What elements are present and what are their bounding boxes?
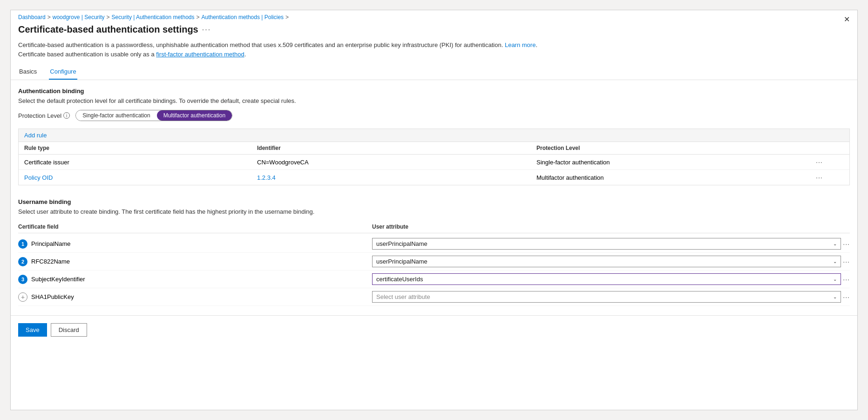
- protection-cell: Single-factor authentication: [536, 159, 816, 166]
- rules-table: Add rule Rule type Identifier Protection…: [18, 129, 850, 185]
- ub-field-2: 2 RFC822Name: [18, 257, 372, 266]
- ub-field-name-4: SHA1PublicKey: [31, 293, 74, 300]
- protection-level-row: Protection Level i Single-factor authent…: [18, 110, 850, 121]
- tab-configure[interactable]: Configure: [49, 64, 77, 80]
- auth-binding-desc: Select the default protection level for …: [18, 97, 850, 104]
- ub-col-field: Certificate field: [18, 224, 372, 230]
- toggle-single-factor[interactable]: Single-factor authentication: [76, 110, 156, 121]
- ub-num-1: 1: [18, 239, 27, 249]
- col-header-protection: Protection Level: [536, 145, 816, 151]
- main-panel: Dashboard > woodgrove | Security > Secur…: [10, 10, 858, 410]
- ub-more-1[interactable]: ···: [843, 240, 850, 248]
- identifier-cell-2: 1.2.3.4: [257, 174, 536, 181]
- auth-binding-section: Authentication binding Select the defaul…: [11, 88, 857, 198]
- ub-select-4[interactable]: Select user attribute ⌄: [372, 291, 841, 303]
- desc-line1: Certificate-based authentication is a pa…: [18, 41, 505, 48]
- col-header-rule-type: Rule type: [24, 145, 257, 151]
- ub-field-3: 3 SubjectKeyIdentifier: [18, 275, 372, 284]
- identifier-cell: CN=WoodgroveCA: [257, 159, 536, 166]
- ub-row-1: 1 PrincipalName userPrincipalName ⌄ ···: [18, 235, 850, 253]
- chevron-down-icon: ⌄: [833, 241, 837, 246]
- row-more-button-2[interactable]: ···: [816, 174, 844, 181]
- page-header: Certificate-based authentication setting…: [11, 22, 857, 41]
- tab-basics[interactable]: Basics: [18, 64, 38, 80]
- protection-cell-2: Multifactor authentication: [536, 174, 816, 181]
- rule-type-cell: Certificate issuer: [24, 159, 257, 166]
- chevron-down-icon: ⌄: [833, 294, 837, 299]
- table-row: Certificate issuer CN=WoodgroveCA Single…: [19, 155, 849, 170]
- learn-more-link[interactable]: Learn more: [505, 41, 536, 48]
- ub-col-attr: User attribute: [372, 224, 850, 230]
- ub-field-name-1: PrincipalName: [31, 240, 71, 247]
- page-title: Certificate-based authentication setting…: [18, 24, 198, 35]
- discard-button[interactable]: Discard: [51, 323, 87, 337]
- protection-level-toggle: Single-factor authentication Multifactor…: [75, 110, 232, 121]
- ub-plus-4[interactable]: +: [18, 292, 27, 302]
- col-header-identifier: Identifier: [257, 145, 536, 151]
- ub-field-name-2: RFC822Name: [31, 258, 70, 265]
- ub-select-1[interactable]: userPrincipalName ⌄: [372, 238, 841, 250]
- table-row: Policy OID 1.2.3.4 Multifactor authentic…: [19, 170, 849, 185]
- ub-row-4: + SHA1PublicKey Select user attribute ⌄ …: [18, 288, 850, 306]
- description-block: Certificate-based authentication is a pa…: [11, 41, 857, 64]
- ub-select-3[interactable]: certificateUserIds ⌄: [372, 273, 841, 285]
- footer: Save Discard: [11, 315, 857, 344]
- close-button[interactable]: ✕: [844, 15, 850, 24]
- ub-select-2[interactable]: userPrincipalName ⌄: [372, 256, 841, 267]
- row-more-button[interactable]: ···: [816, 158, 844, 166]
- ub-attr-3: certificateUserIds ⌄ ···: [372, 273, 850, 285]
- breadcrumb: Dashboard > woodgrove | Security > Secur…: [11, 10, 857, 22]
- ub-attr-2: userPrincipalName ⌄ ···: [372, 256, 850, 267]
- breadcrumb-policies[interactable]: Authentication methods | Policies: [202, 14, 284, 20]
- rules-table-header: Rule type Identifier Protection Level: [19, 142, 849, 155]
- ub-row-3: 3 SubjectKeyIdentifier certificateUserId…: [18, 271, 850, 288]
- protection-level-info-icon[interactable]: i: [63, 112, 70, 119]
- tabs-bar: Basics Configure: [11, 64, 857, 80]
- ub-num-2: 2: [18, 257, 27, 266]
- auth-binding-title: Authentication binding: [18, 88, 850, 95]
- ub-field-1: 1 PrincipalName: [18, 239, 372, 249]
- protection-level-label: Protection Level i: [18, 112, 70, 119]
- breadcrumb-security[interactable]: woodgrove | Security: [53, 14, 105, 20]
- ub-table-header: Certificate field User attribute: [18, 221, 850, 233]
- ub-more-3[interactable]: ···: [843, 276, 850, 283]
- breadcrumb-auth-methods[interactable]: Security | Authentication methods: [112, 14, 195, 20]
- username-binding-section: Username binding Select user attribute t…: [11, 198, 857, 312]
- username-binding-desc: Select user attribute to create binding.…: [18, 208, 850, 215]
- username-binding-title: Username binding: [18, 198, 850, 205]
- breadcrumb-dashboard[interactable]: Dashboard: [18, 14, 46, 20]
- desc-line2: Certificate based authentication is usab…: [18, 51, 156, 58]
- ub-more-4[interactable]: ···: [843, 293, 850, 301]
- ub-field-name-3: SubjectKeyIdentifier: [31, 276, 85, 283]
- ub-num-3: 3: [18, 275, 27, 284]
- ub-more-2[interactable]: ···: [843, 258, 850, 265]
- ub-row-2: 2 RFC822Name userPrincipalName ⌄ ···: [18, 253, 850, 271]
- chevron-down-icon: ⌄: [833, 259, 837, 264]
- chevron-down-icon: ⌄: [833, 277, 837, 282]
- ub-field-4: + SHA1PublicKey: [18, 292, 372, 302]
- first-factor-link[interactable]: first-factor authentication method: [156, 51, 244, 58]
- add-rule-button[interactable]: Add rule: [19, 129, 849, 142]
- ub-attr-4: Select user attribute ⌄ ···: [372, 291, 850, 303]
- ub-attr-1: userPrincipalName ⌄ ···: [372, 238, 850, 250]
- save-button[interactable]: Save: [18, 323, 47, 337]
- toggle-multi-factor[interactable]: Multifactor authentication: [157, 110, 232, 121]
- rule-type-cell-2: Policy OID: [24, 174, 257, 181]
- header-more-button[interactable]: ···: [202, 26, 211, 34]
